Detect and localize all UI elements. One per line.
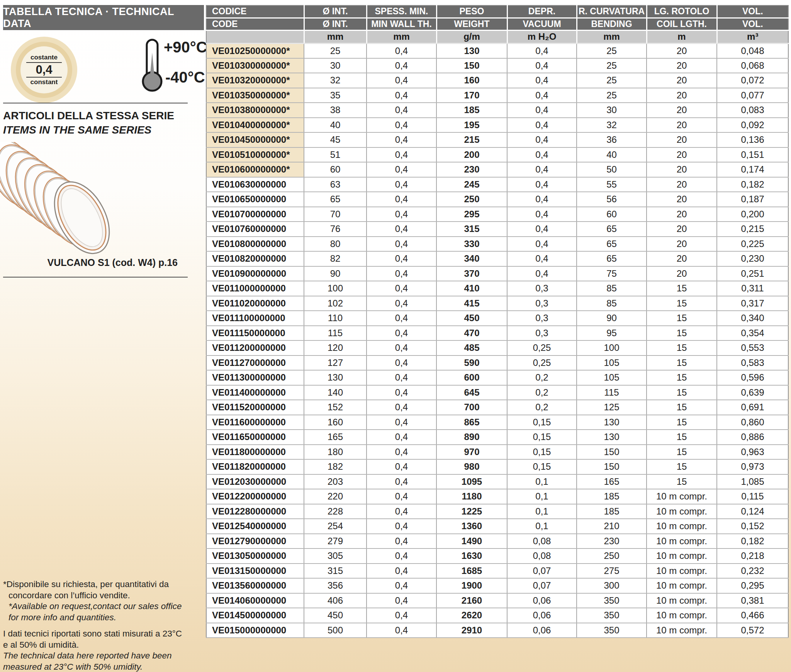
value-cell: 370 [436, 266, 507, 281]
code-cell: VE015000000000 [206, 623, 304, 638]
value-cell: 0,4 [367, 459, 436, 474]
table-row: VE010630000000630,42450,455200,182 [206, 177, 788, 192]
value-cell: 0,4 [367, 58, 436, 73]
value-cell: 20 [647, 118, 717, 133]
value-cell: 0,3 [507, 281, 577, 296]
value-cell: 40 [304, 118, 367, 133]
column-header: DEPR. [507, 5, 577, 18]
value-cell: 45 [304, 132, 367, 147]
value-cell: 0,4 [367, 237, 436, 252]
value-cell: 0,4 [507, 177, 577, 192]
value-cell: 0,4 [367, 519, 436, 534]
code-cell: VE010450000000* [206, 132, 304, 147]
unit-cell [206, 30, 304, 43]
value-cell: 10 m compr. [647, 504, 717, 519]
value-cell: 275 [577, 564, 647, 579]
value-cell: 0,1 [507, 489, 577, 504]
value-cell: 0,4 [367, 474, 436, 489]
value-cell: 600 [436, 370, 507, 385]
column-header: Ø INT. [304, 18, 367, 30]
value-cell: 1360 [436, 519, 507, 534]
value-cell: 0,4 [507, 237, 577, 252]
value-cell: 20 [647, 162, 717, 177]
thermometer-icon [138, 38, 166, 93]
value-cell: 15 [647, 415, 717, 430]
value-cell: 0,4 [367, 266, 436, 281]
value-cell: 0,4 [507, 118, 577, 133]
value-cell: 180 [304, 445, 367, 460]
value-cell: 0,4 [507, 88, 577, 103]
value-cell: 0,06 [507, 593, 577, 608]
value-cell: 230 [436, 162, 507, 177]
value-cell: 30 [304, 58, 367, 73]
code-cell: VE010760000000 [206, 222, 304, 237]
value-cell: 65 [577, 251, 647, 266]
value-cell: 0,4 [367, 162, 436, 177]
value-cell: 15 [647, 430, 717, 445]
value-cell: 15 [647, 459, 717, 474]
value-cell: 340 [436, 251, 507, 266]
value-cell: 350 [577, 608, 647, 623]
header-row-it: CODICEØ INT.SPESS. MIN.PESODEPR.R. CURVA… [206, 5, 788, 18]
table-row: VE0112700000001270,45900,25105150,583 [206, 355, 788, 371]
table-row: VE0122000000002200,411800,118510 m compr… [206, 489, 788, 504]
column-header: Ø INT. [304, 5, 367, 18]
value-cell: 0,08 [507, 548, 577, 564]
value-cell: 0,4 [367, 504, 436, 519]
table-row: VE0135600000003560,419000,0730010 m comp… [206, 578, 788, 593]
value-cell: 0,596 [717, 370, 788, 385]
value-cell: 970 [436, 445, 507, 460]
value-cell: 15 [647, 385, 717, 400]
value-cell: 32 [304, 73, 367, 88]
code-cell: VE010320000000* [206, 73, 304, 88]
table-row: VE0115200000001520,47000,2125150,691 [206, 400, 788, 415]
value-cell: 0,553 [717, 340, 788, 355]
value-cell: 20 [647, 251, 717, 266]
value-cell: 20 [647, 147, 717, 162]
value-cell: 10 m compr. [647, 608, 717, 623]
table-row: VE0130500000003050,416300,0825010 m comp… [206, 548, 788, 564]
value-cell: 65 [304, 192, 367, 207]
table-row: VE010400000000*400,41950,432200,092 [206, 118, 788, 133]
value-cell: 0,4 [367, 578, 436, 593]
code-cell: VE010510000000* [206, 147, 304, 162]
value-cell: 10 m compr. [647, 548, 717, 564]
value-cell: 170 [436, 88, 507, 103]
value-cell: 0,4 [507, 43, 577, 58]
column-header: PESO [436, 5, 507, 18]
table-header: CODICEØ INT.SPESS. MIN.PESODEPR.R. CURVA… [206, 5, 788, 43]
value-cell: 0,4 [507, 147, 577, 162]
code-cell: VE010350000000* [206, 88, 304, 103]
value-cell: 105 [577, 355, 647, 371]
table-row: VE0111000000001100,44500,390150,340 [206, 311, 788, 326]
value-cell: 0,295 [717, 578, 788, 593]
code-cell: VE012790000000 [206, 534, 304, 549]
value-cell: 115 [577, 385, 647, 400]
value-cell: 130 [577, 430, 647, 445]
value-cell: 10 m compr. [647, 489, 717, 504]
value-cell: 80 [304, 237, 367, 252]
value-cell: 0,182 [717, 177, 788, 192]
value-cell: 203 [304, 474, 367, 489]
value-cell: 0,4 [367, 147, 436, 162]
code-cell: VE011600000000 [206, 415, 304, 430]
value-cell: 485 [436, 340, 507, 355]
value-cell: 51 [304, 147, 367, 162]
value-cell: 0,072 [717, 73, 788, 88]
badge-divider [26, 77, 62, 78]
value-cell: 76 [304, 222, 367, 237]
badge-label-bottom: constant [31, 78, 58, 86]
value-cell: 65 [577, 237, 647, 252]
value-cell: 300 [577, 578, 647, 593]
value-cell: 10 m compr. [647, 564, 717, 579]
column-header: CODE [206, 18, 304, 30]
value-cell: 15 [647, 296, 717, 311]
value-cell: 115 [304, 326, 367, 341]
table-row: VE010250000000*250,41300,425200,048 [206, 43, 788, 58]
value-cell: 20 [647, 266, 717, 281]
code-cell: VE011400000000 [206, 385, 304, 400]
value-cell: 0,466 [717, 608, 788, 623]
value-cell: 0,25 [507, 355, 577, 371]
table-row: VE0127900000002790,414900,0823010 m comp… [206, 534, 788, 549]
column-header: SPESS. MIN. [367, 5, 436, 18]
